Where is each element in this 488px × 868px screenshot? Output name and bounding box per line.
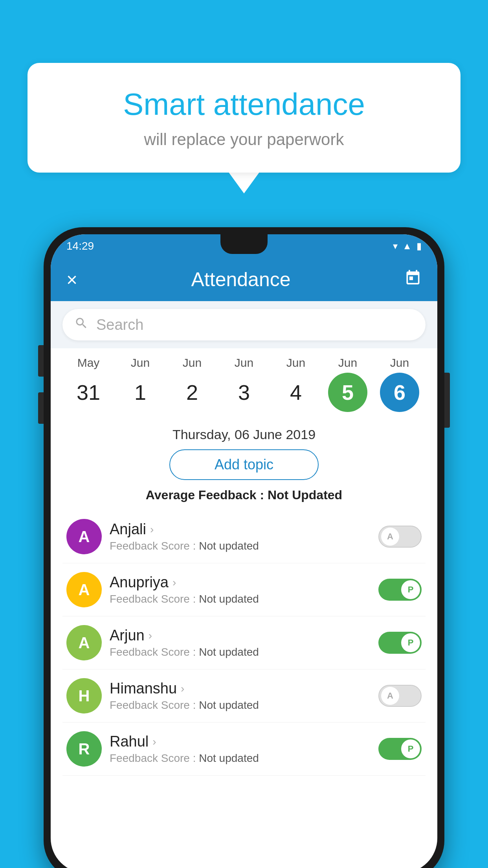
student-toggle-1[interactable]: P <box>378 579 422 601</box>
student-toggle-0[interactable]: A <box>378 526 422 548</box>
date-num-3[interactable]: 3 <box>224 373 264 412</box>
student-avatar-4: R <box>66 731 102 767</box>
student-name-0: Anjali › <box>110 521 371 538</box>
student-feedback-3: Feedback Score : Not updated <box>110 699 371 712</box>
student-avatar-3: H <box>66 678 102 714</box>
speech-bubble-subtitle: will replace your paperwork <box>59 130 429 149</box>
search-bar[interactable]: Search <box>62 309 426 340</box>
date-col-0[interactable]: May31 <box>63 356 114 412</box>
student-toggle-3[interactable]: A <box>378 685 422 707</box>
date-month-3: Jun <box>235 356 253 370</box>
date-col-3[interactable]: Jun3 <box>218 356 270 412</box>
date-month-2: Jun <box>183 356 202 370</box>
date-num-4[interactable]: 4 <box>276 373 316 412</box>
main-content: Thursday, 06 June 2019 Add topic Average… <box>51 416 437 783</box>
student-avatar-0: A <box>66 519 102 554</box>
chevron-icon-0: › <box>150 523 154 536</box>
speech-bubble-container: Smart attendance will replace your paper… <box>28 63 460 193</box>
student-info-1: Anupriya ›Feedback Score : Not updated <box>110 574 371 605</box>
avg-feedback: Average Feedback : Not Updated <box>62 488 426 502</box>
student-toggle-2[interactable]: P <box>378 632 422 654</box>
status-icons: ▾ ▲ ▮ <box>393 241 422 252</box>
date-col-5[interactable]: Jun5 <box>322 356 373 412</box>
toggle-thumb-4: P <box>401 739 420 758</box>
chevron-icon-2: › <box>149 629 152 642</box>
date-num-0[interactable]: 31 <box>69 373 108 412</box>
student-feedback-2: Feedback Score : Not updated <box>110 646 371 658</box>
student-info-2: Arjun ›Feedback Score : Not updated <box>110 627 371 658</box>
search-icon <box>74 316 88 334</box>
volume-up-button <box>38 345 44 377</box>
chevron-icon-3: › <box>181 682 184 695</box>
power-button <box>444 373 450 428</box>
date-strip: May31Jun1Jun2Jun3Jun4Jun5Jun6 <box>51 348 437 416</box>
student-feedback-0: Feedback Score : Not updated <box>110 540 371 552</box>
date-month-0: May <box>77 356 100 370</box>
search-placeholder: Search <box>96 316 143 333</box>
toggle-thumb-1: P <box>401 580 420 599</box>
toggle-thumb-0: A <box>381 527 400 546</box>
camera-notch <box>220 234 268 254</box>
date-num-5[interactable]: 5 <box>328 373 367 412</box>
student-avatar-1: A <box>66 572 102 607</box>
wifi-icon: ▾ <box>393 241 398 252</box>
date-num-1[interactable]: 1 <box>121 373 160 412</box>
speech-bubble-tail <box>228 172 260 193</box>
date-num-6[interactable]: 6 <box>380 373 419 412</box>
add-topic-button[interactable]: Add topic <box>169 449 319 480</box>
search-container: Search <box>51 301 437 348</box>
chevron-icon-4: › <box>152 736 156 748</box>
date-num-2[interactable]: 2 <box>172 373 212 412</box>
avg-feedback-label: Average Feedback : <box>146 488 264 502</box>
header-title: Attendance <box>191 268 291 291</box>
student-name-2: Arjun › <box>110 627 371 644</box>
student-feedback-1: Feedback Score : Not updated <box>110 593 371 605</box>
student-name-1: Anupriya › <box>110 574 371 591</box>
calendar-icon[interactable] <box>404 269 422 290</box>
student-item-3[interactable]: HHimanshu ›Feedback Score : Not updatedA <box>62 669 426 723</box>
date-month-4: Jun <box>286 356 305 370</box>
volume-down-button <box>38 392 44 424</box>
date-month-5: Jun <box>338 356 357 370</box>
student-info-4: Rahul ›Feedback Score : Not updated <box>110 733 371 765</box>
student-item-2[interactable]: AArjun ›Feedback Score : Not updatedP <box>62 616 426 669</box>
toggle-thumb-2: P <box>401 633 420 652</box>
student-name-4: Rahul › <box>110 733 371 750</box>
date-col-4[interactable]: Jun4 <box>270 356 321 412</box>
student-feedback-4: Feedback Score : Not updated <box>110 752 371 765</box>
battery-icon: ▮ <box>416 241 422 252</box>
close-button[interactable]: × <box>66 269 77 291</box>
date-month-6: Jun <box>390 356 409 370</box>
student-toggle-4[interactable]: P <box>378 738 422 760</box>
student-item-1[interactable]: AAnupriya ›Feedback Score : Not updatedP <box>62 563 426 616</box>
student-name-3: Himanshu › <box>110 680 371 697</box>
selected-date-label: Thursday, 06 June 2019 <box>62 427 426 442</box>
student-info-3: Himanshu ›Feedback Score : Not updated <box>110 680 371 712</box>
student-item-4[interactable]: RRahul ›Feedback Score : Not updatedP <box>62 723 426 776</box>
date-col-6[interactable]: Jun6 <box>374 356 425 412</box>
speech-bubble: Smart attendance will replace your paper… <box>28 63 460 173</box>
speech-bubble-title: Smart attendance <box>59 86 429 122</box>
chevron-icon-1: › <box>172 576 176 589</box>
student-info-0: Anjali ›Feedback Score : Not updated <box>110 521 371 552</box>
date-col-2[interactable]: Jun2 <box>167 356 218 412</box>
phone-frame: 14:29 ▾ ▲ ▮ × Attendance <box>44 227 444 868</box>
student-list: AAnjali ›Feedback Score : Not updatedAAA… <box>62 510 426 776</box>
avg-feedback-value: Not Updated <box>268 488 342 502</box>
status-time: 14:29 <box>66 240 94 252</box>
app-header: × Attendance <box>51 258 437 301</box>
signal-icon: ▲ <box>402 241 412 252</box>
status-bar: 14:29 ▾ ▲ ▮ <box>51 234 437 258</box>
toggle-thumb-3: A <box>381 686 400 705</box>
date-month-1: Jun <box>131 356 150 370</box>
student-item-0[interactable]: AAnjali ›Feedback Score : Not updatedA <box>62 510 426 563</box>
date-col-1[interactable]: Jun1 <box>115 356 166 412</box>
phone-screen: 14:29 ▾ ▲ ▮ × Attendance <box>51 234 437 868</box>
student-avatar-2: A <box>66 625 102 660</box>
